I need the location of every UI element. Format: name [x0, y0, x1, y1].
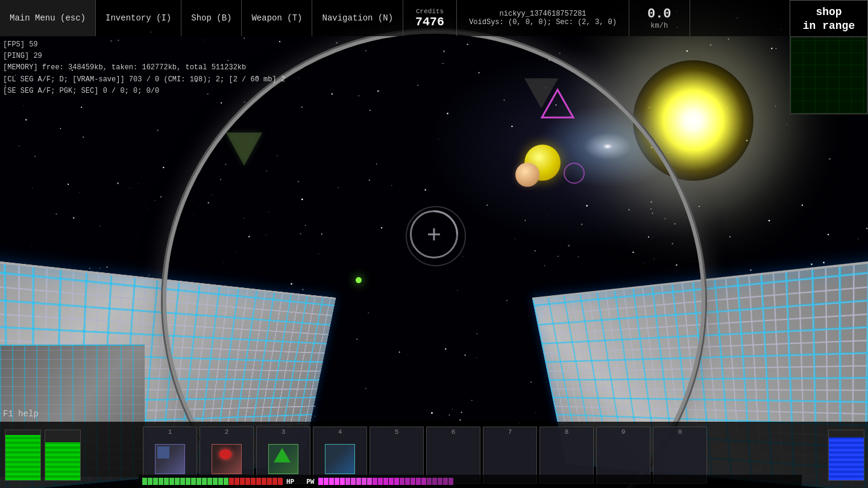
item-cube-blue — [155, 444, 185, 474]
slot-8-number: 8 — [565, 428, 569, 436]
slot-1-number: 1 — [168, 428, 172, 436]
minimap — [790, 36, 868, 114]
shop-button[interactable]: Shop (B) — [181, 0, 242, 36]
player-info: nickyy_1374618757281 VoidSys: (0, 0, 0);… — [457, 0, 629, 36]
crosshair — [410, 210, 458, 258]
speed-value: 0.0 — [647, 7, 671, 22]
debug-se-seg: [SE SEG A/F; PGK; SEC] 0 / 0; 0; 0/0 — [3, 86, 285, 97]
slot-4-item — [319, 438, 361, 480]
triangle-dark-1 — [226, 133, 262, 166]
game-viewport: Main Menu (esc) Inventory (I) Shop (B) W… — [0, 0, 868, 488]
debug-fps: [FPS] 59 — [3, 39, 285, 51]
shield-bar-green — [45, 430, 81, 481]
navigation-button[interactable]: Navigation (N) — [312, 0, 403, 36]
credits-label: Credits — [416, 8, 444, 15]
shield-bar-fill — [45, 442, 80, 480]
power-bar-fill — [829, 437, 864, 480]
hp-bar-row: // Will be rendered by JS — [142, 478, 283, 485]
pw-label: PW — [306, 478, 314, 486]
slot-1-item — [149, 438, 191, 480]
item-cube-green — [268, 444, 298, 474]
slot-5-number: 5 — [395, 428, 399, 436]
minimap-inner — [791, 37, 867, 113]
health-bar-fill — [5, 435, 40, 480]
weapon-button[interactable]: Weapon (T) — [242, 0, 312, 36]
credits-display: Credits 7476 — [403, 0, 457, 36]
shop-badge-line1: shop — [796, 5, 861, 19]
item-cube-red — [212, 444, 242, 474]
slot-6-number: 6 — [451, 428, 456, 436]
hud-bars-left — [0, 422, 139, 488]
speed-unit: km/h — [650, 22, 668, 30]
slot-3-item — [262, 438, 304, 480]
debug-info: [FPS] 59 [PING] 29 [MEMORY] free: 348459… — [3, 39, 285, 97]
credits-value: 7476 — [415, 15, 444, 29]
slot-0-number: 0 — [678, 428, 682, 436]
ring-object — [564, 163, 585, 184]
slot-4-number: 4 — [338, 428, 342, 436]
triangle-pink — [539, 87, 576, 120]
main-menu-button[interactable]: Main Menu (esc) — [0, 0, 96, 36]
hp-label: HP — [286, 478, 294, 486]
player-name: nickyy_1374618757281 — [500, 10, 587, 18]
slot-7-number: 7 — [508, 428, 512, 436]
debug-ping: [PING] 29 — [3, 51, 285, 62]
slot-3-number: 3 — [281, 428, 286, 436]
debug-memory: [MEMORY] free: 348459kb, taken: 162772kb… — [3, 62, 285, 74]
item-cube-teal — [325, 444, 355, 474]
sun-object — [633, 60, 753, 181]
pw-bar-row — [318, 478, 453, 485]
inventory-button[interactable]: Inventory (I) — [96, 0, 181, 36]
player-location: VoidSys: (0, 0, 0); Sec: (2, 3, 0) — [469, 18, 617, 27]
shop-badge: shop in range — [790, 0, 868, 39]
svg-marker-0 — [542, 90, 573, 117]
health-bar-green — [5, 430, 41, 481]
speed-display: 0.0 km/h — [629, 0, 690, 36]
slot-2-number: 2 — [225, 428, 229, 436]
shop-badge-line2: in range — [796, 19, 861, 33]
planet-peach — [515, 163, 539, 187]
slot-2-item — [206, 438, 248, 480]
power-bar-blue — [828, 430, 864, 481]
small-glow — [356, 277, 362, 283]
f1-help[interactable]: F1 help — [3, 409, 39, 419]
debug-cl-seg: [CL SEG A/F; D; [VRAM-save]] 703 / 0 (CM… — [3, 74, 285, 86]
slot-9-number: 9 — [621, 428, 626, 436]
hud-top: Main Menu (esc) Inventory (I) Shop (B) W… — [0, 0, 868, 36]
